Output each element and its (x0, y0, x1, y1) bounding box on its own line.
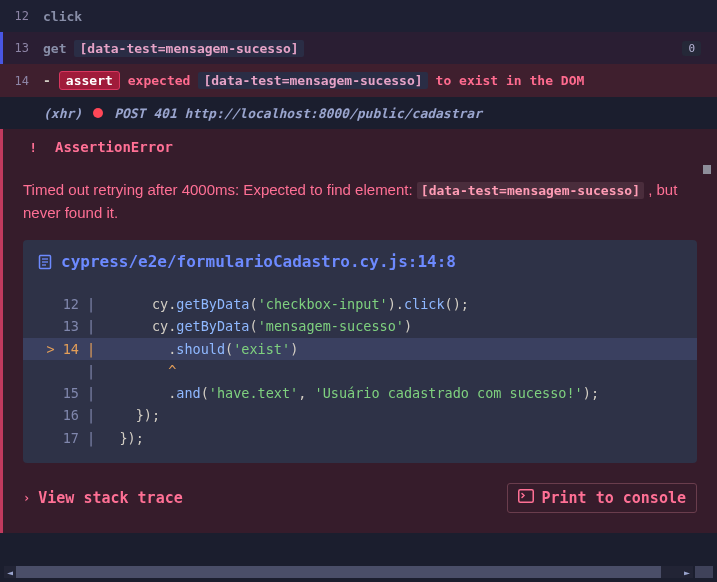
gutter-pipe: | (85, 404, 103, 426)
error-body: Timed out retrying after 4000ms: Expecte… (0, 165, 717, 533)
gutter-pipe: | (85, 382, 103, 404)
scroll-left-icon[interactable]: ◄ (4, 567, 16, 578)
scroll-corner (695, 566, 713, 578)
error-header[interactable]: ! AssertionError (0, 129, 717, 165)
dash: - (43, 73, 51, 88)
gutter-pipe: | (85, 315, 103, 337)
code-row: > 14| .should('exist') (23, 338, 697, 360)
selector-pill: [data-test=mensagem-sucesso] (74, 40, 303, 57)
code-line-content: ^ (103, 360, 176, 382)
code-frame-panel: cypress/e2e/formularioCadastro.cy.js:14:… (23, 240, 697, 463)
code-line-number: 15 (37, 382, 85, 404)
assertion-tail: to exist in the DOM (436, 73, 585, 88)
code-row: | ^ (37, 360, 683, 382)
svg-rect-4 (518, 490, 533, 503)
error-message: Timed out retrying after 4000ms: Expecte… (23, 179, 697, 224)
file-path: cypress/e2e/formularioCadastro.cy.js:14:… (61, 252, 456, 271)
log-line-xhr[interactable]: (xhr) POST 401 http://localhost:8000/pub… (0, 97, 717, 129)
line-number: 12 (3, 9, 43, 23)
line-number: 13 (3, 41, 43, 55)
code-line-number: 16 (37, 404, 85, 426)
gutter-pipe: | (85, 293, 103, 315)
code-row: 17| }); (37, 427, 683, 449)
code-line-content: }); (103, 404, 160, 426)
gutter-pipe: | (85, 427, 103, 449)
code-row: 16| }); (37, 404, 683, 426)
code-line-number (37, 360, 85, 382)
view-stack-trace-button[interactable]: › View stack trace (23, 489, 183, 507)
code-line-number: 17 (37, 427, 85, 449)
error-title: AssertionError (55, 139, 173, 155)
code-line-content: .and('have.text', 'Usuário cadastrado co… (103, 382, 599, 404)
expected-label: expected (128, 73, 191, 88)
code-row: 12| cy.getByData('checkbox-input').click… (37, 293, 683, 315)
log-line-assert[interactable]: 14 - assert expected [data-test=mensagem… (0, 64, 717, 97)
code-line-content: cy.getByData('mensagem-sucesso') (103, 315, 412, 337)
code-line-number: 12 (37, 293, 85, 315)
code-row: 13| cy.getByData('mensagem-sucesso') (37, 315, 683, 337)
status-dot-icon (93, 108, 103, 118)
selector-pill: [data-test=mensagem-sucesso] (198, 72, 427, 89)
log-line-get[interactable]: 13 get [data-test=mensagem-sucesso] 0 (0, 32, 717, 64)
command-name: click (43, 9, 82, 24)
scroll-thumb[interactable] (16, 566, 661, 578)
horizontal-scrollbar[interactable]: ◄ ► (4, 566, 693, 578)
gutter-pipe: | (85, 338, 103, 360)
chevron-right-icon: › (23, 491, 30, 505)
terminal-icon (518, 489, 534, 507)
code-line-content: .should('exist') (103, 338, 298, 360)
print-to-console-button[interactable]: Print to console (507, 483, 698, 513)
code-frame-file-link[interactable]: cypress/e2e/formularioCadastro.cy.js:14:… (23, 240, 697, 283)
line-number: 14 (3, 74, 43, 88)
scroll-right-icon[interactable]: ► (681, 567, 693, 578)
assert-badge: assert (59, 71, 120, 90)
log-line-click[interactable]: 12 click (0, 0, 717, 32)
result-count-badge: 0 (682, 41, 701, 56)
error-actions: › View stack trace Print to console (23, 483, 697, 513)
error-msg-selector: [data-test=mensagem-sucesso] (417, 182, 644, 199)
code-line-number: 13 (37, 315, 85, 337)
code-line-content: cy.getByData('checkbox-input').click(); (103, 293, 469, 315)
code-line-number: > 14 (37, 338, 85, 360)
code-row: 15| .and('have.text', 'Usuário cadastrad… (37, 382, 683, 404)
scroll-track[interactable] (16, 566, 681, 578)
gutter-pipe: | (85, 360, 103, 382)
error-msg-prefix: Timed out retrying after 4000ms: Expecte… (23, 181, 417, 198)
code-body: 12| cy.getByData('checkbox-input').click… (23, 283, 697, 463)
view-stack-label: View stack trace (38, 489, 183, 507)
error-icon: ! (15, 140, 55, 155)
scrollbar-top-indicator[interactable] (703, 165, 711, 174)
xhr-label: (xhr) (43, 106, 82, 121)
print-console-label: Print to console (542, 489, 687, 507)
command-name: get (43, 41, 66, 56)
code-line-content: }); (103, 427, 144, 449)
file-icon (37, 254, 53, 270)
xhr-text: POST 401 http://localhost:8000/public/ca… (114, 106, 482, 121)
